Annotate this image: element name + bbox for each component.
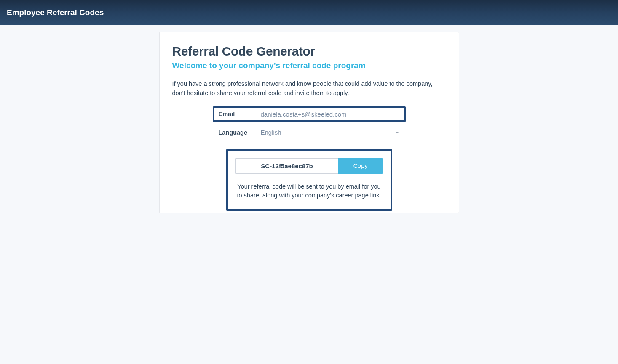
form-area: Email Language English [172, 106, 446, 143]
language-label: Language [219, 129, 261, 136]
chevron-down-icon [396, 132, 399, 133]
main-container: Referral Code Generator Welcome to your … [0, 25, 618, 213]
language-row: Language English [213, 125, 406, 143]
app-header: Employee Referral Codes [0, 0, 618, 25]
page-title: Referral Code Generator [172, 44, 446, 58]
email-label: Email [219, 111, 261, 117]
language-select[interactable]: English [261, 126, 400, 139]
page-description: If you have a strong professional networ… [172, 80, 446, 98]
email-row: Email [213, 106, 406, 122]
referral-card: Referral Code Generator Welcome to your … [159, 32, 459, 213]
language-value: English [261, 129, 281, 136]
referral-code-display: SC-12f5ae8ec87b [235, 158, 338, 174]
page-subtitle: Welcome to your company's referral code … [172, 61, 446, 70]
copy-button[interactable]: Copy [338, 158, 383, 174]
app-title: Employee Referral Codes [7, 8, 104, 17]
result-note: Your referral code will be sent to you b… [235, 182, 383, 200]
code-row: SC-12f5ae8ec87b Copy [235, 158, 383, 174]
result-wrapper: SC-12f5ae8ec87b Copy Your referral code … [172, 149, 446, 212]
result-box: SC-12f5ae8ec87b Copy Your referral code … [226, 149, 392, 211]
email-field[interactable] [261, 111, 400, 118]
